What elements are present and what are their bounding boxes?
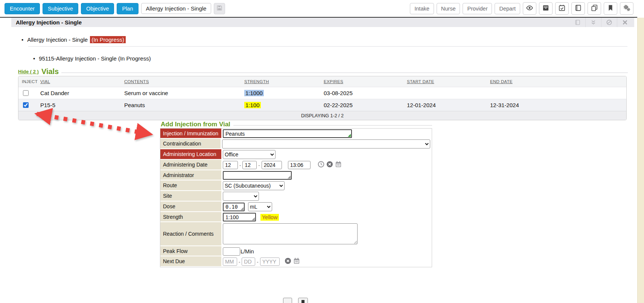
bullet-dot: • xyxy=(21,36,23,43)
site-label: Site xyxy=(160,191,221,201)
calendar-check-button[interactable] xyxy=(555,2,569,15)
resize-handle[interactable] xyxy=(348,134,351,137)
objective-button[interactable]: Objective xyxy=(81,3,114,14)
strength-label: Strength xyxy=(160,212,221,222)
inject-checkbox[interactable] xyxy=(23,90,29,96)
administering-location-label: Administering Location xyxy=(160,149,221,160)
bookmark-button[interactable] xyxy=(604,2,617,15)
calendar-icon[interactable] xyxy=(293,257,300,266)
close-icon[interactable] xyxy=(617,18,633,27)
vial-start-date: 12-01-2024 xyxy=(407,102,490,108)
date-day-input[interactable] xyxy=(242,161,257,169)
col-vial[interactable]: VIAL xyxy=(40,79,124,84)
book-icon xyxy=(574,4,582,13)
current-form-name[interactable]: Allergy Injection - Single xyxy=(141,3,212,14)
peak-flow-input[interactable] xyxy=(223,247,240,256)
scrollbar[interactable] xyxy=(637,18,644,303)
divider xyxy=(28,46,627,47)
date-month-input[interactable] xyxy=(223,161,238,169)
archive-button[interactable] xyxy=(539,2,553,15)
copy-button[interactable] xyxy=(588,2,601,15)
title-bar-icons xyxy=(569,18,633,27)
strength-row: Strength Yellow xyxy=(160,212,432,222)
vials-table: INJECT VIAL CONTENTS STRENGTH EXPIRES ST… xyxy=(18,76,627,120)
strength-input[interactable] xyxy=(223,213,256,221)
subjective-button[interactable]: Subjective xyxy=(43,3,78,14)
resize-handle[interactable] xyxy=(252,217,255,220)
status-badge: (In Progress) xyxy=(90,36,126,43)
injection-immunization-input[interactable] xyxy=(223,129,352,138)
contraindication-select[interactable] xyxy=(222,139,430,148)
note-item-1-text: Allergy Injection - Single xyxy=(27,36,88,43)
injection-immunization-row: Injection / Immunization xyxy=(160,129,432,139)
time-input[interactable] xyxy=(288,161,311,169)
save-form-button[interactable] xyxy=(214,3,225,14)
settings-gears-icon xyxy=(623,4,630,13)
col-strength[interactable]: STRENGTH xyxy=(244,79,324,84)
intake-button[interactable]: Intake xyxy=(410,3,434,14)
depart-button[interactable]: Depart xyxy=(495,3,520,14)
form-action-button-left[interactable] xyxy=(283,298,292,303)
vial-row-cat-dander: Cat Dander Serum or vaccine 1:1000 03-08… xyxy=(18,87,626,99)
inject-checkbox[interactable] xyxy=(23,102,29,108)
settings-button[interactable] xyxy=(620,2,633,15)
next-due-row: Next Due - - xyxy=(160,256,432,267)
plan-button[interactable]: Plan xyxy=(117,3,138,14)
clear-icon[interactable] xyxy=(326,161,333,170)
administrator-input[interactable] xyxy=(223,171,292,180)
route-select[interactable]: SC (Subcutaneous) xyxy=(223,181,285,190)
administering-date-row: Administering Date - - xyxy=(160,160,432,170)
form-title: Allergy Injection - Single xyxy=(16,19,82,26)
calendar-icon[interactable] xyxy=(335,161,342,170)
collapse-chevrons-icon[interactable] xyxy=(585,18,601,27)
fieldset-line xyxy=(61,73,628,73)
cancel-icon[interactable] xyxy=(601,18,617,27)
clear-icon[interactable] xyxy=(284,257,292,266)
reaction-comments-textarea[interactable] xyxy=(223,223,358,244)
resize-handle[interactable] xyxy=(241,207,244,210)
col-contents[interactable]: CONTENTS xyxy=(124,79,244,84)
col-expires[interactable]: EXPIRES xyxy=(324,79,407,84)
book-button[interactable] xyxy=(571,2,585,15)
next-due-year-input[interactable] xyxy=(260,258,280,266)
table-paging-footer: DISPLAYING 1-2 / 2 xyxy=(18,111,626,120)
vial-color-note: Yellow xyxy=(260,214,279,221)
administrator-label: Administrator xyxy=(160,170,221,180)
administering-location-row: Administering Location Office xyxy=(160,149,432,160)
site-select[interactable] xyxy=(223,192,259,201)
resize-handle[interactable] xyxy=(288,176,291,179)
contraindication-row: Contraindication xyxy=(160,139,432,149)
site-row: Site xyxy=(160,191,432,201)
peak-flow-row: Peak Flow L/Min xyxy=(160,246,432,256)
provider-button[interactable]: Provider xyxy=(463,3,492,14)
eye-button[interactable] xyxy=(523,2,536,15)
bookmark-icon xyxy=(607,4,614,13)
injection-form-title: Add Injection from Vial xyxy=(161,121,230,128)
hide-vials-link[interactable]: Hide ( 2 ) xyxy=(18,69,39,74)
administering-location-select[interactable]: Office xyxy=(223,150,276,159)
date-year-input[interactable] xyxy=(262,161,282,169)
peak-flow-label: Peak Flow xyxy=(160,246,221,256)
calendar-check-icon xyxy=(558,4,566,13)
col-end-date[interactable]: END DATE xyxy=(490,79,626,84)
top-toolbar: Encounter Subjective Objective Plan Alle… xyxy=(0,0,637,17)
col-start-date[interactable]: START DATE xyxy=(407,79,490,84)
encounter-button[interactable]: Encounter xyxy=(5,3,40,14)
vial-expires: 03-08-2025 xyxy=(324,90,407,96)
book-icon[interactable] xyxy=(569,18,585,27)
clock-icon[interactable] xyxy=(317,161,325,170)
copy-icon xyxy=(591,4,598,13)
nurse-button[interactable]: Nurse xyxy=(437,3,460,14)
vial-strength: 1:1000 xyxy=(244,90,264,96)
peak-flow-unit: L/Min xyxy=(241,248,254,255)
dose-label: Dose xyxy=(160,201,221,212)
next-due-month-input[interactable] xyxy=(223,258,237,266)
form-action-button-right[interactable] xyxy=(298,298,308,303)
archive-icon xyxy=(542,4,550,13)
dose-unit-select[interactable]: mL xyxy=(248,202,272,211)
vial-contents: Peanuts xyxy=(124,102,244,108)
vial-strength: 1:100 xyxy=(244,102,261,108)
next-due-day-input[interactable] xyxy=(242,258,255,266)
vial-expires: 02-22-2025 xyxy=(324,102,407,108)
paging-text: DISPLAYING 1-2 / 2 xyxy=(301,113,344,118)
